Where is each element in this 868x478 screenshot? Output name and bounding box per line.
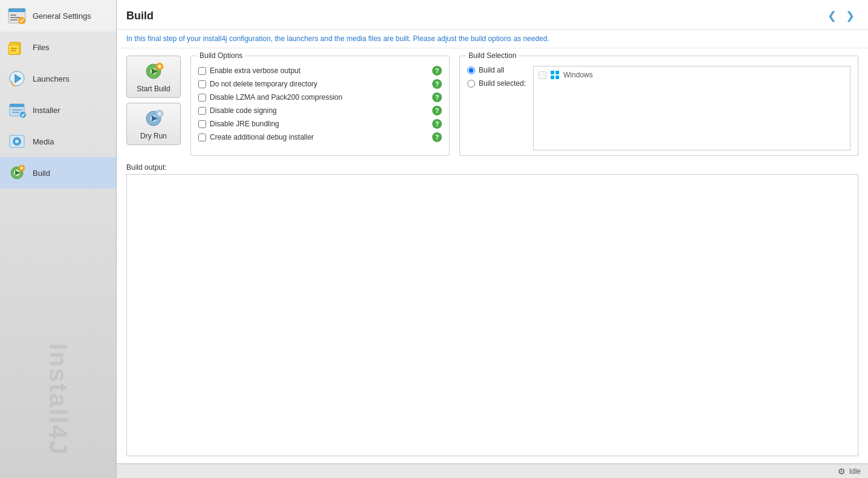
media-icon [7,132,27,151]
build-all-row: Build all [467,66,526,74]
sidebar-item-label: Build [33,169,50,178]
disable-lzma-checkbox[interactable] [198,94,206,102]
disable-signing-label: Disable code signing [210,106,429,115]
build-selected-row: Build selected: [467,79,526,88]
svg-rect-32 [551,71,554,74]
prev-button[interactable]: ❮ [823,7,840,24]
start-build-icon [143,60,164,82]
verbose-label: Enable extra verbose output [210,66,429,75]
nav-arrows: ❮ ❯ [823,7,858,24]
no-delete-tmp-checkbox[interactable] [198,80,206,88]
option-verbose: Enable extra verbose output ? [198,66,442,76]
page-title: Build [126,10,154,22]
build-output-label: Build output: [126,163,858,172]
next-button[interactable]: ❯ [841,7,858,24]
build-options-content: Enable extra verbose output ? Do not del… [198,66,442,142]
subtitle: In this final step of your install4j con… [117,30,868,48]
option-disable-jre: Disable JRE bundling ? [198,119,442,129]
build-output-section: Build output: [126,163,858,456]
sidebar-item-label: Installer [33,106,60,115]
build-all-radio[interactable] [467,66,475,74]
option-debug-installer: Create additional debug installer ? [198,132,442,142]
debug-installer-label: Create additional debug installer [210,133,429,141]
svg-point-23 [21,167,23,169]
sidebar-watermark: Install4J [0,339,116,460]
sidebar-item-installer[interactable]: Installer [0,94,116,126]
selection-content: Build all Build selected: [467,66,850,150]
general-settings-icon [7,6,27,25]
debug-installer-checkbox[interactable] [198,134,206,141]
status-text: Idle [849,467,861,476]
dry-run-icon [143,108,164,129]
svg-rect-13 [10,104,24,107]
dry-run-button[interactable]: Dry Run [126,103,181,145]
sidebar-item-label: Files [33,43,49,52]
windows-label: Windows [563,71,593,79]
svg-rect-15 [12,112,19,113]
build-selected-radio[interactable] [467,80,475,88]
build-options-panel: Build Options Enable extra verbose outpu… [190,56,450,156]
sidebar-item-label: Media [33,137,54,146]
svg-point-16 [20,112,26,118]
build-all-label: Build all [479,66,504,74]
disable-jre-help-icon[interactable]: ? [432,119,442,129]
svg-point-19 [15,140,19,143]
status-spinner-icon: ⚙ [838,467,846,476]
sidebar-item-launchers[interactable]: Launchers [0,63,116,94]
verbose-checkbox[interactable] [198,67,206,75]
build-output-area[interactable] [126,174,858,456]
verbose-help-icon[interactable]: ? [432,66,442,76]
installer-icon [7,100,27,120]
build-selection-panel: Build Selection Build all Build selected… [459,56,858,156]
option-disable-lzma: Disable LZMA and Pack200 compression ? [198,92,442,102]
svg-rect-35 [555,76,559,79]
svg-rect-3 [10,17,20,18]
radio-group: Build all Build selected: [467,66,526,150]
svg-rect-8 [8,45,19,54]
windows-checkbox[interactable] [539,71,546,79]
no-delete-tmp-help-icon[interactable]: ? [432,79,442,89]
option-no-delete-tmp: Do not delete temporary directory ? [198,79,442,89]
svg-point-27 [158,65,161,68]
sidebar-item-build[interactable]: Build [0,157,116,189]
no-delete-tmp-label: Do not delete temporary directory [210,80,429,88]
files-icon [7,37,27,57]
disable-jre-checkbox[interactable] [198,120,206,128]
windows-icon [550,70,560,80]
svg-rect-9 [11,48,17,49]
option-disable-signing: Disable code signing ? [198,106,442,115]
svg-rect-33 [555,71,559,74]
sidebar-item-files[interactable]: Files [0,31,116,63]
sidebar-item-label: General Settings [33,11,91,21]
svg-rect-1 [8,8,25,12]
list-item: Windows [536,69,847,81]
dry-run-label: Dry Run [140,132,167,140]
disable-signing-checkbox[interactable] [198,107,206,115]
selection-list: Windows [533,66,850,150]
content-area: Start Build Dry Run [117,48,868,463]
sidebar-item-label: Launchers [33,74,70,83]
launchers-icon [7,69,27,88]
top-section: Start Build Dry Run [126,56,858,156]
disable-lzma-help-icon[interactable]: ? [432,92,442,102]
disable-signing-help-icon[interactable]: ? [432,106,442,115]
svg-rect-14 [12,109,22,111]
svg-point-31 [158,112,161,115]
sidebar: General Settings Files Launchers [0,0,117,478]
sidebar-item-media[interactable]: Media [0,126,116,157]
disable-lzma-label: Disable LZMA and Pack200 compression [210,93,429,102]
build-options-legend: Build Options [197,51,245,60]
disable-jre-label: Disable JRE bundling [210,120,429,128]
svg-rect-34 [551,76,554,79]
main-header: Build ❮ ❯ [117,0,868,30]
build-selected-label: Build selected: [479,79,526,88]
main-content: Build ❮ ❯ In this final step of your ins… [117,0,868,478]
svg-rect-2 [10,15,16,16]
build-icon [7,163,27,182]
build-selection-legend: Build Selection [466,51,519,60]
start-build-button[interactable]: Start Build [126,56,181,98]
sidebar-item-general-settings[interactable]: General Settings [0,0,116,31]
debug-installer-help-icon[interactable]: ? [432,132,442,142]
svg-rect-10 [11,50,16,51]
status-bar: ⚙ Idle [117,463,868,478]
